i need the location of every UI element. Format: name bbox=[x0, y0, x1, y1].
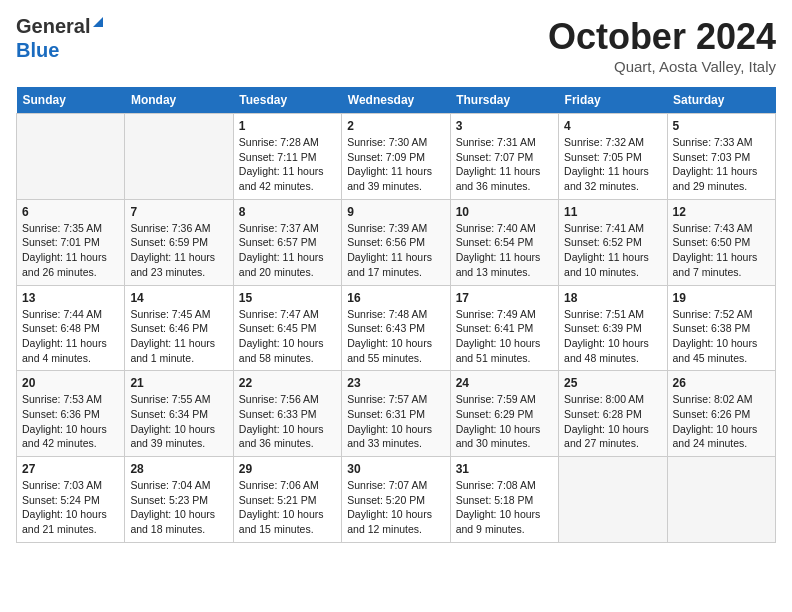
cell-details: Sunrise: 7:40 AMSunset: 6:54 PMDaylight:… bbox=[456, 221, 553, 280]
day-number: 8 bbox=[239, 205, 336, 219]
day-number: 19 bbox=[673, 291, 770, 305]
calendar-cell: 19Sunrise: 7:52 AMSunset: 6:38 PMDayligh… bbox=[667, 285, 775, 371]
week-row-2: 6Sunrise: 7:35 AMSunset: 7:01 PMDaylight… bbox=[17, 199, 776, 285]
logo-arrow-icon bbox=[93, 17, 103, 27]
calendar-cell: 2Sunrise: 7:30 AMSunset: 7:09 PMDaylight… bbox=[342, 114, 450, 200]
location: Quart, Aosta Valley, Italy bbox=[548, 58, 776, 75]
cell-details: Sunrise: 7:41 AMSunset: 6:52 PMDaylight:… bbox=[564, 221, 661, 280]
week-row-5: 27Sunrise: 7:03 AMSunset: 5:24 PMDayligh… bbox=[17, 457, 776, 543]
calendar-cell: 1Sunrise: 7:28 AMSunset: 7:11 PMDaylight… bbox=[233, 114, 341, 200]
cell-details: Sunrise: 7:57 AMSunset: 6:31 PMDaylight:… bbox=[347, 392, 444, 451]
title-block: October 2024 Quart, Aosta Valley, Italy bbox=[548, 16, 776, 75]
day-number: 31 bbox=[456, 462, 553, 476]
day-number: 1 bbox=[239, 119, 336, 133]
day-number: 11 bbox=[564, 205, 661, 219]
cell-details: Sunrise: 8:02 AMSunset: 6:26 PMDaylight:… bbox=[673, 392, 770, 451]
day-number: 12 bbox=[673, 205, 770, 219]
cell-details: Sunrise: 7:53 AMSunset: 6:36 PMDaylight:… bbox=[22, 392, 119, 451]
calendar-cell: 17Sunrise: 7:49 AMSunset: 6:41 PMDayligh… bbox=[450, 285, 558, 371]
day-header-saturday: Saturday bbox=[667, 87, 775, 114]
week-row-1: 1Sunrise: 7:28 AMSunset: 7:11 PMDaylight… bbox=[17, 114, 776, 200]
logo-blue-wordmark: Blue bbox=[16, 40, 59, 60]
calendar-cell bbox=[667, 457, 775, 543]
cell-details: Sunrise: 7:43 AMSunset: 6:50 PMDaylight:… bbox=[673, 221, 770, 280]
calendar-cell: 9Sunrise: 7:39 AMSunset: 6:56 PMDaylight… bbox=[342, 199, 450, 285]
calendar-cell: 22Sunrise: 7:56 AMSunset: 6:33 PMDayligh… bbox=[233, 371, 341, 457]
day-header-monday: Monday bbox=[125, 87, 233, 114]
day-number: 20 bbox=[22, 376, 119, 390]
cell-details: Sunrise: 7:30 AMSunset: 7:09 PMDaylight:… bbox=[347, 135, 444, 194]
day-number: 5 bbox=[673, 119, 770, 133]
month-title: October 2024 bbox=[548, 16, 776, 58]
day-header-friday: Friday bbox=[559, 87, 667, 114]
day-number: 14 bbox=[130, 291, 227, 305]
day-number: 2 bbox=[347, 119, 444, 133]
week-row-4: 20Sunrise: 7:53 AMSunset: 6:36 PMDayligh… bbox=[17, 371, 776, 457]
cell-details: Sunrise: 7:59 AMSunset: 6:29 PMDaylight:… bbox=[456, 392, 553, 451]
day-number: 26 bbox=[673, 376, 770, 390]
cell-details: Sunrise: 7:36 AMSunset: 6:59 PMDaylight:… bbox=[130, 221, 227, 280]
calendar-cell: 20Sunrise: 7:53 AMSunset: 6:36 PMDayligh… bbox=[17, 371, 125, 457]
cell-details: Sunrise: 7:07 AMSunset: 5:20 PMDaylight:… bbox=[347, 478, 444, 537]
calendar-cell: 7Sunrise: 7:36 AMSunset: 6:59 PMDaylight… bbox=[125, 199, 233, 285]
cell-details: Sunrise: 7:51 AMSunset: 6:39 PMDaylight:… bbox=[564, 307, 661, 366]
day-number: 18 bbox=[564, 291, 661, 305]
cell-details: Sunrise: 7:56 AMSunset: 6:33 PMDaylight:… bbox=[239, 392, 336, 451]
calendar-cell: 21Sunrise: 7:55 AMSunset: 6:34 PMDayligh… bbox=[125, 371, 233, 457]
cell-details: Sunrise: 7:49 AMSunset: 6:41 PMDaylight:… bbox=[456, 307, 553, 366]
cell-details: Sunrise: 7:48 AMSunset: 6:43 PMDaylight:… bbox=[347, 307, 444, 366]
cell-details: Sunrise: 7:45 AMSunset: 6:46 PMDaylight:… bbox=[130, 307, 227, 366]
calendar-cell: 29Sunrise: 7:06 AMSunset: 5:21 PMDayligh… bbox=[233, 457, 341, 543]
day-number: 16 bbox=[347, 291, 444, 305]
cell-details: Sunrise: 8:00 AMSunset: 6:28 PMDaylight:… bbox=[564, 392, 661, 451]
logo-wordmark: General bbox=[16, 16, 103, 36]
calendar-cell: 31Sunrise: 7:08 AMSunset: 5:18 PMDayligh… bbox=[450, 457, 558, 543]
day-number: 24 bbox=[456, 376, 553, 390]
calendar-cell: 10Sunrise: 7:40 AMSunset: 6:54 PMDayligh… bbox=[450, 199, 558, 285]
day-number: 22 bbox=[239, 376, 336, 390]
calendar-cell: 28Sunrise: 7:04 AMSunset: 5:23 PMDayligh… bbox=[125, 457, 233, 543]
day-header-thursday: Thursday bbox=[450, 87, 558, 114]
calendar-cell: 23Sunrise: 7:57 AMSunset: 6:31 PMDayligh… bbox=[342, 371, 450, 457]
calendar-cell: 8Sunrise: 7:37 AMSunset: 6:57 PMDaylight… bbox=[233, 199, 341, 285]
day-header-sunday: Sunday bbox=[17, 87, 125, 114]
calendar-cell: 25Sunrise: 8:00 AMSunset: 6:28 PMDayligh… bbox=[559, 371, 667, 457]
day-number: 30 bbox=[347, 462, 444, 476]
day-header-tuesday: Tuesday bbox=[233, 87, 341, 114]
cell-details: Sunrise: 7:37 AMSunset: 6:57 PMDaylight:… bbox=[239, 221, 336, 280]
calendar-cell: 4Sunrise: 7:32 AMSunset: 7:05 PMDaylight… bbox=[559, 114, 667, 200]
day-number: 25 bbox=[564, 376, 661, 390]
calendar-cell: 24Sunrise: 7:59 AMSunset: 6:29 PMDayligh… bbox=[450, 371, 558, 457]
cell-details: Sunrise: 7:47 AMSunset: 6:45 PMDaylight:… bbox=[239, 307, 336, 366]
cell-details: Sunrise: 7:06 AMSunset: 5:21 PMDaylight:… bbox=[239, 478, 336, 537]
calendar-cell: 14Sunrise: 7:45 AMSunset: 6:46 PMDayligh… bbox=[125, 285, 233, 371]
cell-details: Sunrise: 7:39 AMSunset: 6:56 PMDaylight:… bbox=[347, 221, 444, 280]
day-header-wednesday: Wednesday bbox=[342, 87, 450, 114]
day-number: 29 bbox=[239, 462, 336, 476]
calendar-cell: 11Sunrise: 7:41 AMSunset: 6:52 PMDayligh… bbox=[559, 199, 667, 285]
calendar-cell bbox=[125, 114, 233, 200]
day-number: 27 bbox=[22, 462, 119, 476]
day-number: 10 bbox=[456, 205, 553, 219]
logo-blue-text: Blue bbox=[16, 40, 59, 60]
calendar-cell bbox=[559, 457, 667, 543]
calendar-cell: 30Sunrise: 7:07 AMSunset: 5:20 PMDayligh… bbox=[342, 457, 450, 543]
cell-details: Sunrise: 7:31 AMSunset: 7:07 PMDaylight:… bbox=[456, 135, 553, 194]
calendar-cell: 26Sunrise: 8:02 AMSunset: 6:26 PMDayligh… bbox=[667, 371, 775, 457]
calendar-cell: 3Sunrise: 7:31 AMSunset: 7:07 PMDaylight… bbox=[450, 114, 558, 200]
day-number: 28 bbox=[130, 462, 227, 476]
day-number: 13 bbox=[22, 291, 119, 305]
cell-details: Sunrise: 7:28 AMSunset: 7:11 PMDaylight:… bbox=[239, 135, 336, 194]
calendar-cell bbox=[17, 114, 125, 200]
cell-details: Sunrise: 7:33 AMSunset: 7:03 PMDaylight:… bbox=[673, 135, 770, 194]
calendar-cell: 5Sunrise: 7:33 AMSunset: 7:03 PMDaylight… bbox=[667, 114, 775, 200]
calendar-cell: 18Sunrise: 7:51 AMSunset: 6:39 PMDayligh… bbox=[559, 285, 667, 371]
cell-details: Sunrise: 7:35 AMSunset: 7:01 PMDaylight:… bbox=[22, 221, 119, 280]
cell-details: Sunrise: 7:52 AMSunset: 6:38 PMDaylight:… bbox=[673, 307, 770, 366]
day-number: 6 bbox=[22, 205, 119, 219]
day-number: 21 bbox=[130, 376, 227, 390]
logo-general-text: General bbox=[16, 16, 90, 36]
cell-details: Sunrise: 7:44 AMSunset: 6:48 PMDaylight:… bbox=[22, 307, 119, 366]
cell-details: Sunrise: 7:32 AMSunset: 7:05 PMDaylight:… bbox=[564, 135, 661, 194]
page-header: General Blue October 2024 Quart, Aosta V… bbox=[16, 16, 776, 75]
